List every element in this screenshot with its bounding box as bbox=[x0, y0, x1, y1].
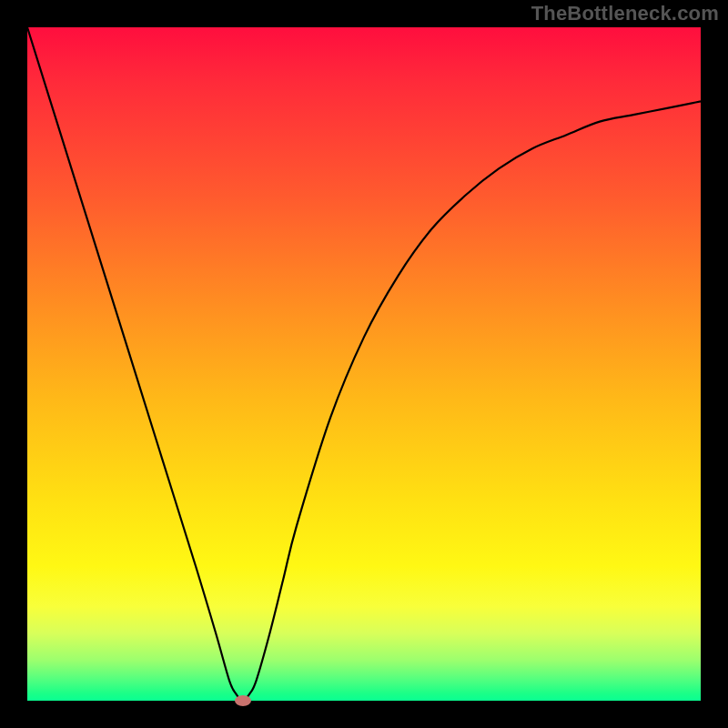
plot-area bbox=[27, 27, 701, 701]
chart-frame: TheBottleneck.com bbox=[0, 0, 728, 728]
curve-svg bbox=[27, 27, 701, 701]
bottleneck-curve bbox=[27, 27, 701, 701]
watermark-text: TheBottleneck.com bbox=[531, 2, 719, 25]
minimum-marker bbox=[235, 695, 251, 706]
